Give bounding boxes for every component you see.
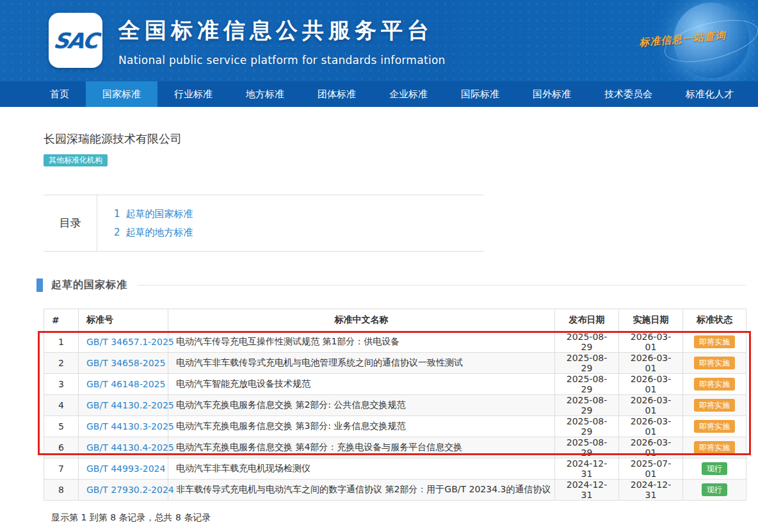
toc-item-number: 1 <box>114 208 120 220</box>
implement-date-cell: 2026-03-01 <box>619 395 683 416</box>
status-badge: 即将实施 <box>694 378 735 391</box>
toc-link-row: 2起草的地方标准 <box>114 226 484 239</box>
section-title: 起草的国家标准 <box>51 278 127 292</box>
table-row: 6 GB/T 44130.4-2025 电动汽车充换电服务信息交换 第4部分：充… <box>44 437 746 458</box>
status-badge: 即将实施 <box>694 335 735 348</box>
status-cell: 即将实施 <box>683 332 746 353</box>
implement-date-cell: 2025-07-01 <box>619 458 683 480</box>
row-index: 1 <box>44 332 79 353</box>
standard-code-link[interactable]: GB/T 44130.4-2025 <box>86 442 174 453</box>
implement-date-cell: 2026-03-01 <box>619 353 683 374</box>
status-badge: 即将实施 <box>694 399 735 412</box>
standard-code-link[interactable]: GB/T 34657.1-2025 <box>86 337 174 347</box>
publish-date-cell: 2025-08-29 <box>555 353 619 374</box>
standards-table: # 标准号 标准中文名称 发布日期 实施日期 标准状态 <box>44 309 746 501</box>
column-header: 实施日期 <box>619 309 683 332</box>
column-header: 发布日期 <box>555 309 619 332</box>
standard-code-cell: GB/T 34657.1-2025 <box>79 332 168 353</box>
implement-date-cell: 2026-03-01 <box>619 332 683 353</box>
row-index: 8 <box>44 480 79 501</box>
standard-code-link[interactable]: GB/T 27930.2-2024 <box>86 485 174 495</box>
status-cell: 现行 <box>683 458 746 480</box>
table-row: 3 GB/T 46148-2025 电动汽车智能充放电设备技术规范 2025-0… <box>44 374 746 395</box>
table-header-row: # 标准号 标准中文名称 发布日期 实施日期 标准状态 <box>44 309 746 332</box>
standard-name-cell: 电动汽车非车载传导式充电机与电池管理系统之间的通信协议一致性测试 <box>168 353 555 374</box>
section-divider-line <box>138 285 746 286</box>
standard-code-link[interactable]: GB/T 44130.3-2025 <box>86 421 174 431</box>
column-header: # <box>44 309 79 332</box>
nav-item[interactable]: 地方标准 <box>229 81 301 107</box>
table-of-contents: 目录 1起草的国家标准 2起草的地方标准 <box>44 195 484 252</box>
publish-date-cell: 2025-08-29 <box>555 395 619 416</box>
standard-code-cell: GB/T 44993-2024 <box>79 458 168 480</box>
row-index: 5 <box>44 416 79 437</box>
standard-code-cell: GB/T 44130.2-2025 <box>79 395 168 416</box>
toc-label: 目录 <box>44 195 97 251</box>
status-cell: 即将实施 <box>683 416 746 437</box>
status-cell: 即将实施 <box>683 353 746 374</box>
row-index: 4 <box>44 395 79 416</box>
table-row: 8 GB/T 27930.2-2024 非车载传导式充电机与电动汽车之间的数字通… <box>44 480 746 501</box>
nav-item[interactable]: 技术委员会 <box>588 81 669 107</box>
section-header: 起草的国家标准 <box>36 278 746 292</box>
section-accent-bar <box>36 278 43 292</box>
implement-date-cell: 2024-12-31 <box>619 480 683 501</box>
standard-name-cell: 电动汽车传导充电互操作性测试规范 第1部分：供电设备 <box>168 332 555 353</box>
nav-item[interactable]: 国家标准 <box>86 81 157 107</box>
row-index: 2 <box>44 353 79 374</box>
company-type-badge: 其他标准化机构 <box>44 154 108 166</box>
row-index: 3 <box>44 374 79 395</box>
standard-code-link[interactable]: GB/T 44130.2-2025 <box>86 400 174 410</box>
toc-link-row: 1起草的国家标准 <box>114 207 484 220</box>
nav-item[interactable]: 国外标准 <box>516 81 588 107</box>
standard-code-link[interactable]: GB/T 44993-2024 <box>86 463 165 474</box>
status-cell: 现行 <box>683 480 746 501</box>
status-badge: 即将实施 <box>694 420 735 433</box>
implement-date-cell: 2026-03-01 <box>619 437 683 458</box>
nav-item[interactable]: 企业标准 <box>373 81 444 107</box>
standard-name-cell: 电动汽车充换电服务信息交换 第4部分：充换电设备与服务平台信息交换 <box>168 437 555 458</box>
page-content: 长园深瑞能源技术有限公司 其他标准化机构 目录 1起草的国家标准 2起草的地方标… <box>0 131 758 524</box>
toc-link[interactable]: 起草的国家标准 <box>126 208 193 220</box>
standard-code-cell: GB/T 34658-2025 <box>79 353 168 374</box>
publish-date-cell: 2025-08-29 <box>555 374 619 395</box>
toc-item-number: 2 <box>114 227 120 238</box>
standard-code-link[interactable]: GB/T 46148-2025 <box>86 379 165 389</box>
nav-item[interactable]: 首页 <box>33 81 86 107</box>
status-badge: 现行 <box>702 483 727 496</box>
sac-logo: SAC <box>49 13 102 68</box>
main-nav: 首页 国家标准 行业标准 地方标准 团体标准 企业标准 国际标准 国外标准 技术… <box>0 81 758 107</box>
status-badge: 即将实施 <box>694 441 735 454</box>
standard-name-cell: 非车载传导式充电机与电动汽车之间的数字通信协议 第2部分：用于GB/T 2023… <box>168 480 555 501</box>
site-subtitle: National public service platform for sta… <box>118 54 446 67</box>
publish-date-cell: 2024-12-31 <box>555 458 619 480</box>
toc-link[interactable]: 起草的地方标准 <box>126 227 193 238</box>
standard-code-cell: GB/T 44130.3-2025 <box>79 416 168 437</box>
standard-code-cell: GB/T 46148-2025 <box>79 374 168 395</box>
nav-item[interactable]: 标准化人才 <box>669 81 750 107</box>
status-cell: 即将实施 <box>683 437 746 458</box>
publish-date-cell: 2024-12-31 <box>555 480 619 501</box>
column-header: 标准中文名称 <box>168 309 555 332</box>
row-index: 7 <box>44 458 79 480</box>
standard-code-cell: GB/T 27930.2-2024 <box>79 480 168 501</box>
table-row: 2 GB/T 34658-2025 电动汽车非车载传导式充电机与电池管理系统之间… <box>44 353 746 374</box>
table-row: 1 GB/T 34657.1-2025 电动汽车传导充电互操作性测试规范 第1部… <box>44 332 746 353</box>
row-index: 6 <box>44 437 79 458</box>
implement-date-cell: 2026-03-01 <box>619 416 683 437</box>
status-cell: 即将实施 <box>683 374 746 395</box>
header-title-block: 全国标准信息公共服务平台 National public service pla… <box>118 16 446 67</box>
standard-name-cell: 电动汽车充换电服务信息交换 第2部分: 公共信息交换规范 <box>168 395 555 416</box>
publish-date-cell: 2025-08-29 <box>555 332 619 353</box>
standard-code-cell: GB/T 44130.4-2025 <box>79 437 168 458</box>
publish-date-cell: 2025-08-29 <box>555 437 619 458</box>
nav-item[interactable]: 国际标准 <box>444 81 516 107</box>
toc-links: 1起草的国家标准 2起草的地方标准 <box>97 195 484 251</box>
status-badge: 现行 <box>702 462 727 475</box>
nav-item[interactable]: 行业标准 <box>157 81 229 107</box>
standard-code-link[interactable]: GB/T 34658-2025 <box>86 358 165 368</box>
standard-name-cell: 电动汽车智能充放电设备技术规范 <box>168 374 555 395</box>
nav-item[interactable]: 团体标准 <box>301 81 373 107</box>
status-cell: 即将实施 <box>683 395 746 416</box>
status-badge: 即将实施 <box>694 357 735 369</box>
